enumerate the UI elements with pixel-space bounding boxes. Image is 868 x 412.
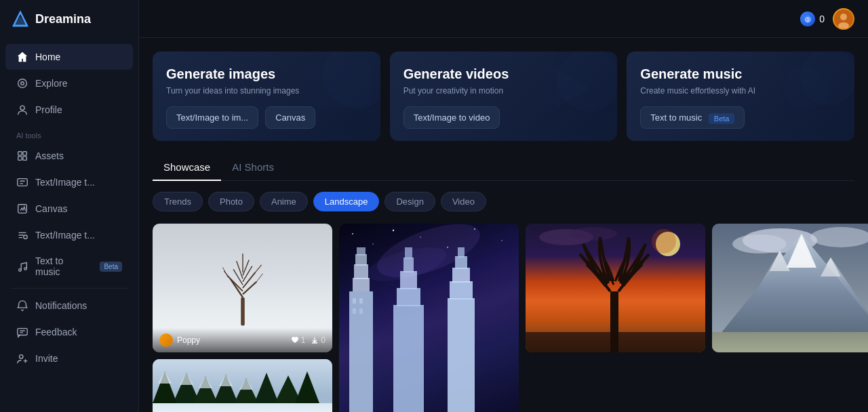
sunset-svg	[526, 224, 705, 352]
svg-rect-77	[450, 281, 473, 300]
svg-point-4	[21, 82, 24, 85]
videos-card-desc: Put your creativity in motion	[403, 86, 604, 96]
images-card-title: Generate images	[166, 66, 367, 82]
svg-point-61	[501, 240, 502, 241]
hero-card-music[interactable]: Generate music Create music effortlessly…	[627, 52, 854, 141]
image-card-sunset-tree[interactable]	[526, 224, 705, 352]
hero-card-images[interactable]: Generate images Turn your ideas into stu…	[153, 52, 380, 141]
svg-point-20	[840, 14, 847, 20]
grid-col-1: Poppy 1	[153, 224, 332, 412]
text-to-music-label: Text to music	[650, 112, 702, 123]
sidebar-item-home-label: Home	[35, 52, 60, 62]
text-to-music-btn[interactable]: Text to music Beta	[640, 106, 745, 129]
svg-rect-80	[458, 247, 465, 258]
filter-trends[interactable]: Trends	[153, 192, 203, 211]
svg-rect-69	[355, 254, 367, 266]
sidebar-item-textimage1[interactable]: Text/Image t...	[5, 169, 133, 195]
filter-design[interactable]: Design	[384, 192, 435, 211]
svg-rect-67	[353, 278, 370, 291]
sidebar-item-textimage1-label: Text/Image t...	[35, 177, 95, 188]
main-content: ⓪ 0 Generate images Turn your id	[139, 0, 868, 412]
topbar: ⓪ 0	[139, 0, 868, 38]
sidebar-item-home[interactable]: Home	[5, 44, 133, 70]
sidebar-item-feedback-label: Feedback	[35, 327, 77, 337]
svg-rect-71	[393, 305, 424, 412]
svg-point-87	[652, 229, 676, 253]
svg-rect-76	[448, 298, 475, 412]
sidebar-item-texttomusic[interactable]: Text to music Beta	[5, 249, 133, 284]
music-btn-beta-badge: Beta	[709, 113, 735, 124]
sidebar-item-feedback[interactable]: Feedback	[5, 319, 133, 345]
sidebar-nav: Home Explore Profile AI tools As	[0, 38, 138, 412]
svg-line-39	[222, 268, 226, 276]
explore-icon	[16, 77, 28, 89]
image-sunset-tree	[526, 224, 705, 352]
grid-col-2	[339, 224, 519, 412]
bell-icon	[16, 300, 28, 312]
grid-col-4	[712, 224, 868, 412]
sidebar-item-canvas[interactable]: Canvas	[5, 196, 133, 222]
assets-icon	[16, 150, 28, 162]
text-image-to-img-btn[interactable]: Text/Image to im...	[166, 106, 258, 129]
filter-landscape[interactable]: Landscape	[313, 192, 380, 211]
svg-rect-81	[353, 298, 356, 304]
music-card-title: Generate music	[640, 66, 841, 82]
svg-point-13	[19, 269, 22, 272]
logo[interactable]: Dreamina	[0, 0, 138, 38]
user-avatar[interactable]	[833, 8, 854, 30]
sidebar-item-assets[interactable]: Assets	[5, 143, 133, 169]
tab-showcase[interactable]: Showcase	[153, 157, 221, 181]
svg-rect-6	[18, 152, 22, 155]
sidebar-item-assets-label: Assets	[35, 150, 64, 161]
canvas-icon	[16, 203, 28, 215]
svg-rect-15	[18, 329, 27, 335]
author-name: Poppy	[177, 335, 200, 345]
sidebar-item-explore[interactable]: Explore	[5, 70, 133, 96]
svg-rect-68	[354, 264, 368, 279]
sidebar-item-invite-label: Invite	[35, 353, 58, 364]
canvas-btn[interactable]: Canvas	[265, 106, 315, 129]
sidebar-item-invite[interactable]: Invite	[5, 346, 133, 371]
image-card-winter-tree[interactable]: Poppy 1	[153, 224, 332, 352]
svg-line-40	[256, 274, 262, 282]
svg-text:⓪: ⓪	[805, 16, 811, 22]
images-card-desc: Turn your ideas into stunning images	[166, 86, 367, 96]
coins-display[interactable]: ⓪ 0	[800, 12, 825, 26]
svg-rect-70	[357, 247, 366, 255]
image-card-forest[interactable]	[153, 359, 332, 412]
author-avatar	[159, 333, 173, 347]
svg-rect-10	[18, 179, 27, 186]
svg-point-14	[24, 268, 27, 270]
image-skyscraper	[339, 224, 519, 412]
filter-photo[interactable]: Photo	[208, 192, 254, 211]
sidebar-divider	[11, 288, 127, 289]
dreamina-logo-icon	[11, 9, 30, 28]
svg-rect-74	[403, 258, 414, 272]
ai-tools-label: AI tools	[0, 123, 138, 142]
image-stats: 1 0	[291, 335, 326, 345]
sidebar-item-textimage2[interactable]: Text/Image t...	[5, 222, 133, 248]
coins-value: 0	[819, 14, 825, 24]
svg-rect-7	[23, 152, 26, 155]
sidebar: Dreamina Home Explore Profile AI tools	[0, 0, 139, 412]
music-card-buttons: Text to music Beta	[640, 106, 841, 129]
hero-card-videos[interactable]: Generate videos Put your creativity in m…	[390, 52, 618, 141]
svg-rect-102	[712, 332, 868, 352]
page-content: Generate images Turn your ideas into stu…	[139, 38, 868, 412]
image-card-skyscraper[interactable]	[339, 224, 519, 412]
textimage-icon	[16, 176, 28, 188]
image-author: Poppy	[159, 333, 200, 347]
svg-rect-84	[359, 308, 363, 314]
sidebar-item-notifications[interactable]: Notifications	[5, 293, 133, 318]
filter-anime[interactable]: Anime	[260, 192, 308, 211]
image-card-mountains[interactable]	[712, 224, 868, 352]
text-image-to-video-btn[interactable]: Text/Image to video	[403, 106, 500, 129]
filter-video[interactable]: Video	[441, 192, 486, 211]
tab-ai-shorts[interactable]: AI Shorts	[221, 157, 285, 181]
image-forest	[153, 359, 332, 412]
svg-rect-79	[455, 256, 467, 269]
showcase-tabs: Showcase AI Shorts	[153, 157, 854, 181]
sidebar-item-profile[interactable]: Profile	[5, 97, 133, 123]
svg-point-58	[393, 230, 394, 231]
coin-icon: ⓪	[800, 12, 815, 26]
